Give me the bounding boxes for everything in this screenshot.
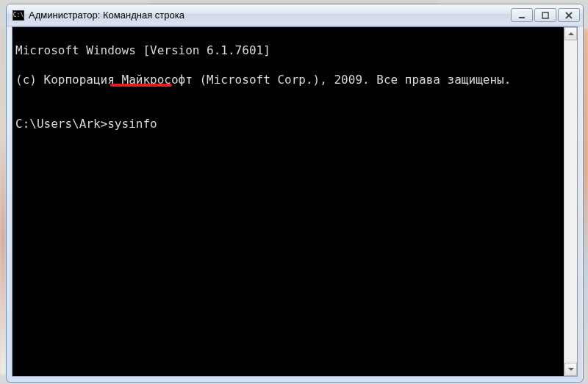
svg-rect-1 [542, 12, 548, 18]
terminal-prompt: C:\Users\Ark> [15, 117, 107, 131]
command-prompt-window: C:\ Администратор: Командная строка Micr… [6, 4, 584, 383]
chevron-up-icon [568, 32, 574, 36]
annotation-underline [110, 84, 172, 87]
window-controls [511, 8, 580, 22]
close-button[interactable] [558, 8, 580, 22]
titlebar[interactable]: C:\ Администратор: Командная строка [7, 4, 583, 26]
maximize-icon [541, 11, 550, 20]
chevron-down-icon [568, 367, 574, 372]
scroll-up-button[interactable] [564, 27, 577, 40]
window-title: Администратор: Командная строка [29, 10, 511, 21]
scroll-track[interactable] [564, 40, 577, 363]
maximize-button[interactable] [534, 8, 556, 22]
minimize-icon [517, 11, 526, 20]
svg-rect-0 [519, 17, 525, 18]
minimize-button[interactable] [511, 8, 533, 22]
client-area: Microsoft Windows [Version 6.1.7601] (c)… [12, 26, 578, 377]
terminal-line: (c) Корпорация Майкрософт (Microsoft Cor… [15, 73, 561, 87]
close-icon [564, 11, 573, 20]
terminal-command: sysinfo [107, 117, 157, 131]
scroll-down-button[interactable] [564, 363, 577, 376]
terminal-output[interactable]: Microsoft Windows [Version 6.1.7601] (c)… [12, 27, 564, 376]
terminal-line: Microsoft Windows [Version 6.1.7601] [15, 43, 561, 58]
vertical-scrollbar[interactable] [564, 27, 577, 376]
cmd-icon: C:\ [12, 10, 24, 21]
